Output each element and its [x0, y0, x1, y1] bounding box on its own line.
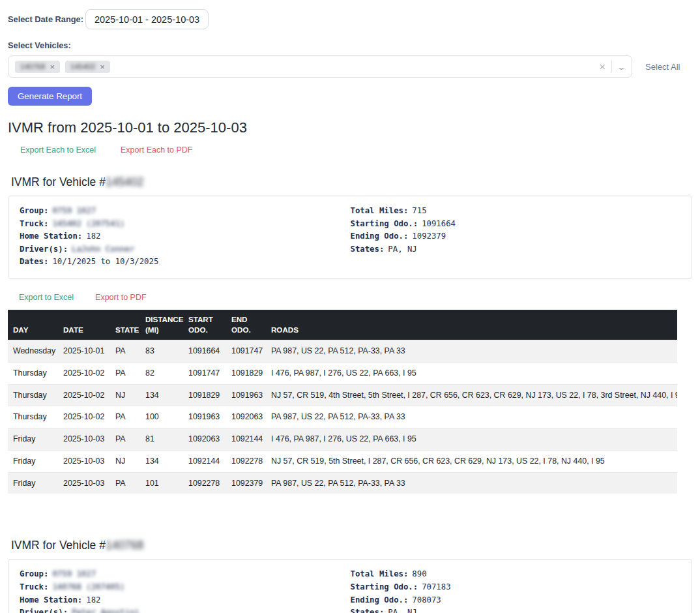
chevron-down-icon[interactable]: ⌄: [617, 63, 626, 71]
vehicle-tag-list: 140768×145402×: [15, 61, 599, 73]
vehicle-heading-prefix: IVMR for Vehicle #: [11, 539, 106, 552]
report-export-row: Export Each to Excel Export Each to PDF: [20, 145, 692, 155]
table-cell: Friday: [8, 428, 58, 451]
vehicle-section-140768: IVMR for Vehicle #140768 Group:0759 1027…: [8, 539, 692, 613]
export-pdf-link[interactable]: Export to PDF: [95, 293, 147, 302]
table-cell: 1092278: [183, 472, 226, 494]
detail-value: 182: [86, 232, 100, 241]
detail-label: Driver(s):: [20, 608, 68, 613]
table-cell: 2025-10-03: [58, 450, 110, 472]
table-cell: PA 987, US 22, PA 512, PA-33, PA 33: [266, 472, 677, 494]
table-cell: 82: [140, 362, 183, 384]
detail-label: Ending Odo.:: [351, 232, 409, 241]
vehicle-section-145402: IVMR for Vehicle #145402 Group:0759 1027…: [8, 175, 692, 494]
table-cell: 83: [140, 340, 183, 363]
table-cell: PA: [110, 340, 140, 363]
table-cell: 1092144: [183, 450, 226, 472]
table-cell: 1092379: [226, 472, 266, 494]
table-row: Friday2025-10-03PA8110920631092144I 476,…: [8, 428, 677, 451]
remove-tag-icon[interactable]: ×: [100, 63, 105, 71]
detail-value: 140768 (207405): [52, 582, 124, 591]
details-left-column: Group:0759 1027Truck:140768 (207405)Home…: [20, 568, 351, 613]
multiselect-divider: [611, 61, 612, 72]
table-cell: PA: [110, 472, 140, 494]
detail-line: Dates:10/1/2025 to 10/3/2025: [20, 256, 351, 269]
detail-value: 708073: [412, 595, 441, 605]
detail-value: Peter Agostini: [72, 608, 139, 613]
detail-value: 1091664: [422, 219, 456, 228]
detail-value: 145402 (207541): [52, 219, 124, 228]
table-cell: 1091664: [183, 340, 226, 363]
detail-line: Truck:145402 (207541): [20, 218, 351, 231]
table-row: Friday2025-10-03NJ13410921441092278NJ 57…: [8, 450, 677, 472]
details-left-column: Group:0759 1027Truck:145402 (207541)Home…: [20, 205, 351, 269]
table-cell: I 476, PA 987, I 276, US 22, PA 663, I 9…: [266, 362, 677, 384]
table-cell: 100: [140, 406, 183, 428]
vehicle-heading: IVMR for Vehicle #140768: [11, 539, 692, 552]
vehicle-tag: 145402×: [65, 61, 110, 73]
generate-report-button[interactable]: Generate Report: [8, 87, 92, 106]
detail-label: Truck:: [20, 582, 48, 591]
report-title: IVMR from 2025-10-01 to 2025-10-03: [8, 119, 692, 136]
detail-label: Total Miles:: [351, 569, 409, 578]
vehicle-select-row: 140768×145402× × ⌄ Select All: [8, 55, 692, 78]
detail-line: Home Station:182: [20, 594, 351, 607]
detail-line: Driver(s):Peter Agostini: [20, 606, 351, 613]
mileage-table-head: DAYDATESTATEDISTANCE (MI)START ODO.END O…: [8, 310, 677, 340]
table-cell: Thursday: [8, 384, 58, 406]
vehicle-details-box: Group:0759 1027Truck:145402 (207541)Home…: [8, 196, 692, 279]
vehicle-id: 145402: [106, 175, 143, 188]
column-header: DATE: [58, 310, 110, 340]
mileage-table-body: Wednesday2025-10-01PA8310916641091747PA …: [8, 340, 677, 494]
table-cell: Thursday: [8, 406, 58, 428]
table-cell: Friday: [8, 472, 58, 494]
table-row: Thursday2025-10-02NJ13410918291091963NJ …: [8, 384, 677, 406]
detail-label: States:: [351, 245, 385, 254]
detail-line: Starting Odo.:707183: [351, 581, 682, 594]
export-each-excel-link[interactable]: Export Each to Excel: [20, 145, 96, 155]
table-cell: NJ 57, CR 519, 4th Street, 5th Street, I…: [266, 384, 677, 406]
table-cell: 101: [140, 472, 183, 494]
date-range-input[interactable]: 2025-10-01 - 2025-10-03: [85, 9, 209, 29]
vehicle-multiselect[interactable]: 140768×145402× × ⌄: [8, 55, 632, 78]
table-cell: Wednesday: [8, 340, 58, 363]
select-all-link[interactable]: Select All: [645, 62, 680, 72]
table-cell: NJ: [110, 384, 140, 406]
vehicle-id: 140768: [106, 539, 143, 552]
table-cell: 81: [140, 428, 183, 451]
detail-line: States:PA, NJ: [351, 606, 682, 613]
table-row: Friday2025-10-03PA10110922781092379PA 98…: [8, 472, 677, 494]
date-range-row: Select Date Range: 2025-10-01 - 2025-10-…: [8, 9, 692, 29]
export-excel-link[interactable]: Export to Excel: [19, 293, 74, 302]
detail-value: 715: [412, 206, 426, 215]
table-cell: 1091963: [183, 406, 226, 428]
detail-line: Total Miles:715: [351, 205, 682, 218]
detail-label: Home Station:: [20, 232, 82, 241]
detail-label: Home Station:: [20, 595, 82, 605]
vehicle-heading-prefix: IVMR for Vehicle #: [11, 175, 106, 188]
detail-value: 0759 1027: [52, 206, 96, 215]
detail-label: Dates:: [20, 257, 48, 266]
detail-value: PA, NJ: [388, 608, 416, 613]
remove-tag-icon[interactable]: ×: [50, 63, 55, 71]
detail-value: 10/1/2025 to 10/3/2025: [52, 257, 158, 266]
detail-line: Group:0759 1027: [20, 568, 351, 581]
table-cell: Friday: [8, 450, 58, 472]
detail-line: Truck:140768 (207405): [20, 581, 351, 594]
detail-label: States:: [351, 608, 385, 613]
detail-value: 182: [86, 595, 100, 605]
table-cell: 1091829: [183, 384, 226, 406]
table-cell: PA 987, US 22, PA 512, PA-33, PA 33: [266, 340, 677, 363]
column-header: END ODO.: [226, 310, 266, 340]
detail-label: Group:: [20, 569, 48, 578]
column-header: DAY: [8, 310, 58, 340]
export-each-pdf-link[interactable]: Export Each to PDF: [121, 145, 192, 155]
table-cell: 1091963: [226, 384, 266, 406]
detail-line: Total Miles:890: [351, 568, 682, 581]
detail-line: States:PA, NJ: [351, 243, 682, 256]
clear-selection-icon[interactable]: ×: [599, 61, 605, 72]
detail-label: Starting Odo.:: [351, 582, 418, 591]
table-cell: 1091829: [226, 362, 266, 384]
detail-label: Driver(s):: [20, 245, 68, 254]
detail-label: Truck:: [20, 219, 48, 228]
